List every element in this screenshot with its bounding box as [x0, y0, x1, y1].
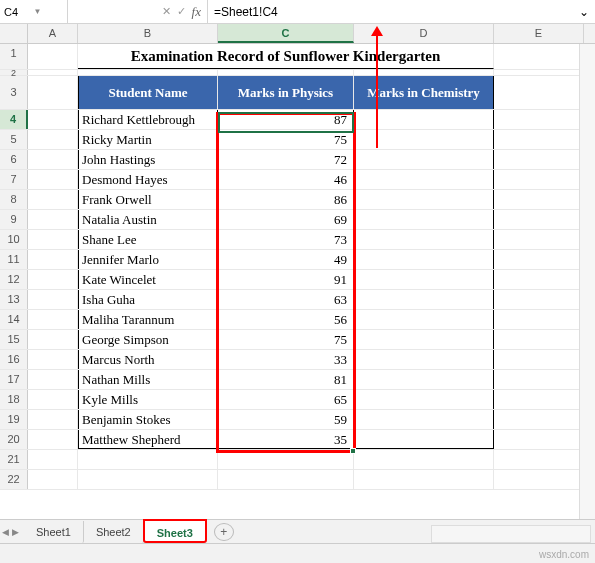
cell[interactable] [218, 450, 354, 469]
horizontal-scrollbar[interactable] [431, 525, 591, 543]
title-cell[interactable]: Examination Record of Sunflower Kinderga… [78, 44, 494, 69]
row-header[interactable]: 17 [0, 370, 28, 389]
cell[interactable] [28, 130, 78, 149]
cell-physics[interactable]: 75 [218, 330, 354, 349]
cell-physics[interactable]: 59 [218, 410, 354, 429]
cell[interactable] [78, 470, 218, 489]
cell-chemistry[interactable] [354, 230, 494, 249]
cell-physics[interactable]: 33 [218, 350, 354, 369]
cancel-icon[interactable]: ✕ [162, 5, 171, 18]
cell-chemistry[interactable] [354, 330, 494, 349]
cell-chemistry[interactable] [354, 390, 494, 409]
col-header-a[interactable]: A [28, 24, 78, 43]
cell[interactable] [28, 270, 78, 289]
cell[interactable] [494, 210, 584, 229]
row-header[interactable]: 13 [0, 290, 28, 309]
cell[interactable] [28, 410, 78, 429]
cell[interactable] [494, 350, 584, 369]
cell-student-name[interactable]: George Simpson [78, 330, 218, 349]
row-header[interactable]: 12 [0, 270, 28, 289]
cell[interactable] [28, 350, 78, 369]
row-header[interactable]: 10 [0, 230, 28, 249]
cell[interactable] [28, 150, 78, 169]
cell-student-name[interactable]: Benjamin Stokes [78, 410, 218, 429]
cell[interactable] [494, 190, 584, 209]
cell-chemistry[interactable] [354, 430, 494, 449]
row-header[interactable]: 8 [0, 190, 28, 209]
cell-chemistry[interactable] [354, 190, 494, 209]
header-physics[interactable]: Marks in Physics [218, 76, 354, 109]
row-header[interactable]: 16 [0, 350, 28, 369]
cell[interactable] [494, 390, 584, 409]
cell[interactable] [494, 230, 584, 249]
col-header-b[interactable]: B [78, 24, 218, 43]
cell-student-name[interactable]: Frank Orwell [78, 190, 218, 209]
row-header[interactable]: 3 [0, 76, 28, 109]
cell-physics[interactable]: 35 [218, 430, 354, 449]
cell-chemistry[interactable] [354, 150, 494, 169]
cell-chemistry[interactable] [354, 310, 494, 329]
cell-chemistry[interactable] [354, 170, 494, 189]
name-box[interactable]: C4 ▼ [0, 0, 68, 23]
cell-student-name[interactable]: Kyle Mills [78, 390, 218, 409]
cell-physics[interactable]: 56 [218, 310, 354, 329]
cell-student-name[interactable]: John Hastings [78, 150, 218, 169]
col-header-e[interactable]: E [494, 24, 584, 43]
row-header[interactable]: 14 [0, 310, 28, 329]
cell[interactable] [494, 76, 584, 109]
cell-physics[interactable]: 65 [218, 390, 354, 409]
tab-sheet1[interactable]: Sheet1 [24, 521, 84, 543]
cell-chemistry[interactable] [354, 270, 494, 289]
cell[interactable] [494, 410, 584, 429]
cell-physics[interactable]: 73 [218, 230, 354, 249]
cell-chemistry[interactable] [354, 350, 494, 369]
expand-formula-icon[interactable]: ⌄ [579, 5, 595, 19]
cell-chemistry[interactable] [354, 210, 494, 229]
cell[interactable] [218, 70, 354, 75]
fx-icon[interactable]: fx [192, 4, 201, 20]
tab-sheet3[interactable]: Sheet3 [144, 520, 206, 542]
cell-chemistry[interactable] [354, 410, 494, 429]
cell[interactable] [494, 450, 584, 469]
cell-student-name[interactable]: Richard Kettlebrough [78, 110, 218, 129]
row-header[interactable]: 22 [0, 470, 28, 489]
cell[interactable] [494, 130, 584, 149]
cell[interactable] [494, 110, 584, 129]
row-header[interactable]: 11 [0, 250, 28, 269]
cell[interactable] [78, 450, 218, 469]
header-chemistry[interactable]: Marks in Chemistry [354, 76, 494, 109]
cell[interactable] [28, 310, 78, 329]
cell[interactable] [494, 150, 584, 169]
col-header-c[interactable]: C [218, 24, 354, 43]
vertical-scrollbar[interactable] [579, 44, 595, 519]
cell[interactable] [28, 430, 78, 449]
cell[interactable] [78, 70, 218, 75]
row-header[interactable]: 19 [0, 410, 28, 429]
cell[interactable] [494, 310, 584, 329]
row-header[interactable]: 15 [0, 330, 28, 349]
cell[interactable] [354, 470, 494, 489]
accept-icon[interactable]: ✓ [177, 5, 186, 18]
cell[interactable] [28, 76, 78, 109]
cell-student-name[interactable]: Jennifer Marlo [78, 250, 218, 269]
cell[interactable] [28, 170, 78, 189]
cell[interactable] [494, 370, 584, 389]
cell-physics[interactable]: 69 [218, 210, 354, 229]
tab-nav-arrows[interactable]: ◀ ▶ [2, 527, 19, 537]
cell-physics[interactable]: 75 [218, 130, 354, 149]
cell-chemistry[interactable] [354, 130, 494, 149]
cell-physics[interactable]: 72 [218, 150, 354, 169]
cell[interactable] [28, 370, 78, 389]
cell-physics[interactable]: 86 [218, 190, 354, 209]
cell[interactable] [494, 470, 584, 489]
cell-physics[interactable]: 81 [218, 370, 354, 389]
cell[interactable] [28, 470, 78, 489]
cell-student-name[interactable]: Desmond Hayes [78, 170, 218, 189]
fill-handle[interactable] [350, 448, 356, 454]
row-header[interactable]: 5 [0, 130, 28, 149]
cell[interactable] [28, 250, 78, 269]
cell-student-name[interactable]: Natalia Austin [78, 210, 218, 229]
cell[interactable] [28, 450, 78, 469]
cell[interactable] [28, 330, 78, 349]
cell[interactable] [494, 250, 584, 269]
